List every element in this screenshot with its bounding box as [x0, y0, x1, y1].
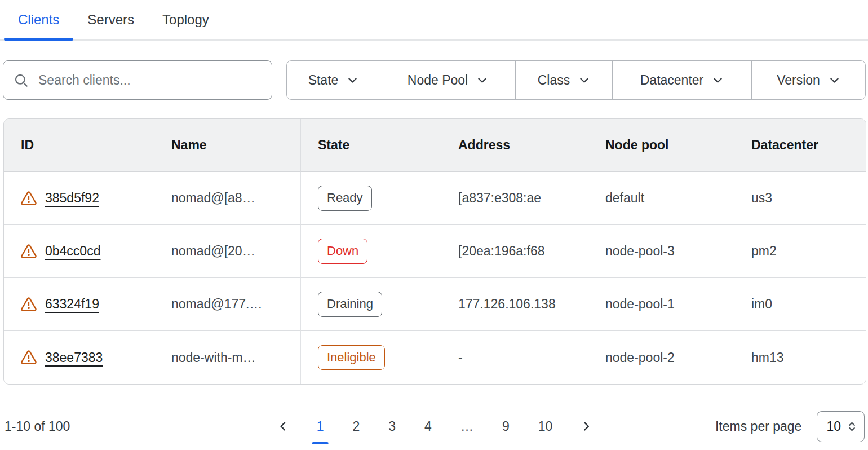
pagination: 1 2 3 4 … 9 10 [272, 412, 598, 441]
column-header-state: State [301, 119, 441, 172]
tab-servers[interactable]: Servers [73, 0, 148, 39]
client-address: 177.126.106.138 [441, 278, 588, 331]
client-name: node-with-m… [154, 331, 301, 384]
client-name: nomad@177.… [154, 278, 301, 331]
tab-toplogy[interactable]: Toplogy [148, 0, 223, 39]
client-address: - [441, 331, 588, 384]
search-box[interactable] [3, 60, 272, 100]
client-node-pool: node-pool-1 [588, 278, 734, 331]
warning-triangle-icon [21, 297, 37, 312]
warning-triangle-icon [21, 244, 37, 259]
filter-class[interactable]: Class [516, 61, 613, 99]
state-badge: Ready [318, 186, 372, 210]
state-badge: Ineligible [318, 345, 385, 370]
tab-bar: Clients Servers Toplogy [0, 0, 868, 41]
warning-triangle-icon [21, 350, 37, 365]
chevron-down-icon [476, 74, 488, 86]
column-header-datacenter: Datacenter [734, 119, 866, 172]
client-address: [a837:e308:ae [441, 172, 588, 225]
client-name: nomad@[20… [154, 225, 301, 278]
filter-node-pool[interactable]: Node Pool [380, 61, 516, 99]
column-header-node-pool: Node pool [588, 119, 734, 172]
page-button-3[interactable]: 3 [381, 412, 403, 441]
chevron-down-icon [347, 74, 358, 86]
page-button-9[interactable]: 9 [495, 412, 517, 441]
state-badge: Draining [318, 292, 382, 316]
state-badge: Down [318, 239, 367, 263]
table-row[interactable]: 38ee7383 node-with-m… Ineligible - node-… [4, 331, 866, 384]
filter-node-pool-label: Node Pool [408, 73, 468, 88]
toolbar: State Node Pool Class Datacenter Version [3, 60, 866, 100]
chevron-left-icon[interactable] [272, 416, 295, 437]
table-row[interactable]: 63324f19 nomad@177.… Draining 177.126.10… [4, 278, 866, 331]
clients-table: ID Name State Address Node pool Datacent… [3, 118, 866, 385]
client-datacenter: hm13 [734, 331, 866, 384]
page-ellipsis: … [453, 412, 481, 441]
chevron-down-icon [829, 74, 840, 86]
tab-clients[interactable]: Clients [4, 0, 73, 39]
client-id-link[interactable]: 385d5f92 [45, 191, 99, 206]
table-header-row: ID Name State Address Node pool Datacent… [4, 119, 866, 172]
chevron-down-icon [712, 74, 724, 86]
items-per-page-value: 10 [826, 419, 841, 434]
warning-triangle-icon [21, 191, 37, 206]
filter-version[interactable]: Version [752, 61, 865, 99]
client-name: nomad@[a8… [154, 172, 301, 225]
search-icon [14, 73, 29, 88]
page-button-2[interactable]: 2 [346, 412, 367, 441]
client-datacenter: us3 [734, 172, 866, 225]
client-node-pool: node-pool-2 [588, 331, 734, 384]
table-footer: 1-10 of 100 1 2 3 4 … 9 10 Items per pag… [5, 409, 865, 443]
client-datacenter: pm2 [734, 225, 866, 278]
items-per-page-label: Items per page [715, 419, 801, 434]
client-datacenter: im0 [734, 278, 866, 331]
filter-state[interactable]: State [287, 61, 380, 99]
chevron-down-icon [578, 74, 590, 86]
column-header-name: Name [154, 119, 301, 172]
filter-group: State Node Pool Class Datacenter Version [286, 60, 866, 100]
chevron-right-icon[interactable] [574, 416, 597, 437]
search-input[interactable] [38, 73, 262, 88]
column-header-id: ID [4, 119, 154, 172]
items-per-page: Items per page 10 [715, 411, 865, 442]
client-id-link[interactable]: 38ee7383 [45, 350, 103, 365]
filter-datacenter-label: Datacenter [640, 73, 704, 88]
client-id-link[interactable]: 63324f19 [45, 297, 99, 312]
filter-state-label: State [308, 73, 339, 88]
client-address: [20ea:196a:f68 [441, 225, 588, 278]
filter-version-label: Version [777, 73, 820, 88]
page-button-10[interactable]: 10 [531, 412, 560, 441]
client-node-pool: default [588, 172, 734, 225]
results-range-label: 1-10 of 100 [5, 419, 70, 434]
table-row[interactable]: 0b4cc0cd nomad@[20… Down [20ea:196a:f68 … [4, 225, 866, 278]
page-button-4[interactable]: 4 [417, 412, 439, 441]
client-id-link[interactable]: 0b4cc0cd [45, 244, 100, 259]
chevrons-up-down-icon [845, 420, 858, 433]
client-node-pool: node-pool-3 [588, 225, 734, 278]
table-row[interactable]: 385d5f92 nomad@[a8… Ready [a837:e308:ae … [4, 172, 866, 225]
items-per-page-select[interactable]: 10 [817, 411, 865, 442]
column-header-address: Address [441, 119, 588, 172]
page-button-1[interactable]: 1 [309, 412, 331, 441]
filter-datacenter[interactable]: Datacenter [613, 61, 752, 99]
filter-class-label: Class [538, 73, 570, 88]
